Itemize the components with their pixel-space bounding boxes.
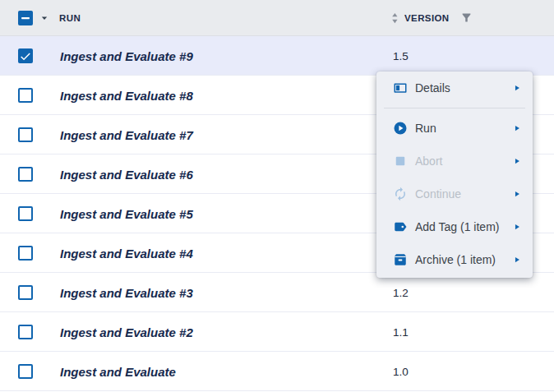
submenu-arrow-icon bbox=[513, 157, 521, 165]
context-menu-item-add[interactable]: Add Tag (1 item) bbox=[376, 210, 533, 243]
refresh-icon bbox=[393, 187, 408, 201]
row-checkbox[interactable] bbox=[18, 88, 33, 103]
context-menu-item-continue: Continue bbox=[376, 178, 533, 210]
run-name[interactable]: Ingest and Evaluate #2 bbox=[60, 325, 193, 339]
indeterminate-checkbox-icon bbox=[18, 11, 33, 25]
archive-icon bbox=[393, 252, 408, 267]
row-checkbox[interactable] bbox=[18, 206, 33, 221]
row-checkbox[interactable] bbox=[18, 167, 33, 182]
table-row[interactable]: Ingest and Evaluate 1.0 bbox=[0, 352, 554, 391]
row-checkbox-checked[interactable] bbox=[18, 48, 33, 63]
menu-divider bbox=[384, 108, 525, 108]
context-menu: Details Run Abort Continue Add Tag (1 it… bbox=[376, 71, 533, 278]
version-column-label: VERSION bbox=[404, 13, 450, 23]
details-icon bbox=[393, 81, 408, 95]
table-header: RUN VERSION bbox=[0, 0, 554, 36]
context-menu-item-details[interactable]: Details bbox=[376, 71, 533, 104]
row-checkbox[interactable] bbox=[18, 285, 33, 300]
context-menu-item-run[interactable]: Run bbox=[376, 112, 533, 145]
submenu-arrow-icon bbox=[513, 124, 521, 132]
version-column-header[interactable]: VERSION bbox=[391, 0, 473, 35]
row-checkbox[interactable] bbox=[18, 364, 33, 379]
tag-icon bbox=[393, 219, 408, 234]
run-name[interactable]: Ingest and Evaluate #5 bbox=[60, 206, 193, 220]
submenu-arrow-icon bbox=[513, 84, 521, 92]
runs-table-page: RUN VERSION Ingest and Evaluate #9 1.5 I… bbox=[0, 0, 554, 392]
chevron-down-icon[interactable] bbox=[39, 12, 50, 24]
stop-icon bbox=[393, 154, 408, 168]
row-checkbox[interactable] bbox=[18, 246, 33, 261]
select-all-checkbox[interactable] bbox=[18, 11, 33, 25]
row-checkbox[interactable] bbox=[18, 127, 33, 142]
run-name[interactable]: Ingest and Evaluate #6 bbox=[60, 167, 193, 181]
run-name[interactable]: Ingest and Evaluate #9 bbox=[60, 48, 193, 62]
run-version: 1.1 bbox=[393, 325, 409, 338]
filter-icon[interactable] bbox=[460, 12, 473, 24]
run-column-header[interactable]: RUN bbox=[59, 13, 81, 23]
table-row[interactable]: Ingest and Evaluate #2 1.1 bbox=[0, 312, 554, 352]
run-version: 1.5 bbox=[393, 49, 409, 62]
run-version: 1.2 bbox=[393, 286, 409, 298]
table-row[interactable]: Ingest and Evaluate #9 1.5 bbox=[0, 36, 554, 76]
table-row[interactable]: Ingest and Evaluate #3 1.2 bbox=[0, 273, 554, 312]
submenu-arrow-icon bbox=[513, 256, 521, 264]
run-name[interactable]: Ingest and Evaluate #4 bbox=[60, 246, 193, 260]
context-menu-item-abort: Abort bbox=[376, 145, 533, 178]
run-version: 1.0 bbox=[393, 365, 409, 377]
context-menu-item-archive[interactable]: Archive (1 item) bbox=[376, 243, 533, 276]
run-name[interactable]: Ingest and Evaluate #7 bbox=[60, 127, 193, 141]
run-name[interactable]: Ingest and Evaluate #3 bbox=[60, 285, 193, 299]
submenu-arrow-icon bbox=[513, 223, 521, 231]
run-name[interactable]: Ingest and Evaluate #8 bbox=[60, 88, 193, 102]
sort-icon[interactable] bbox=[391, 12, 399, 24]
run-name[interactable]: Ingest and Evaluate bbox=[60, 364, 176, 378]
row-checkbox[interactable] bbox=[18, 325, 33, 339]
submenu-arrow-icon bbox=[513, 190, 521, 198]
run-icon bbox=[393, 121, 408, 136]
